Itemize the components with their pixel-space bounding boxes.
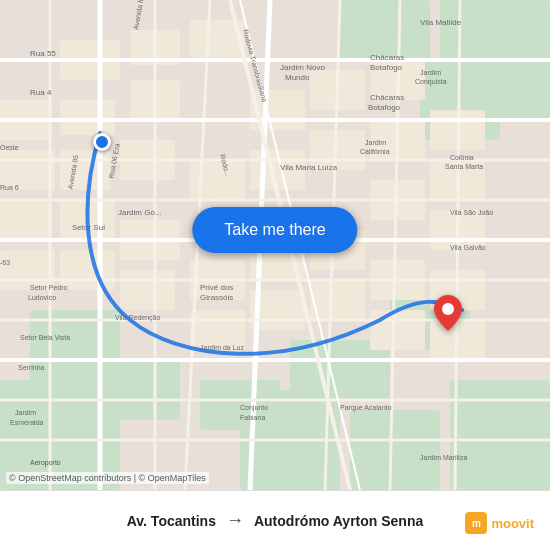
svg-text:Girassóis: Girassóis — [200, 293, 233, 302]
origin-marker — [93, 133, 111, 151]
svg-rect-33 — [310, 280, 365, 320]
destination-marker — [434, 295, 462, 335]
svg-rect-35 — [370, 310, 425, 350]
svg-text:Botafogo: Botafogo — [370, 63, 403, 72]
route-arrow-icon: → — [226, 510, 244, 531]
svg-text:Botafogo: Botafogo — [368, 103, 401, 112]
svg-text:Jardim Marilíza: Jardim Marilíza — [420, 454, 468, 461]
svg-rect-12 — [450, 380, 550, 490]
svg-text:Esmeralda: Esmeralda — [10, 419, 44, 426]
route-to: Autodrómo Ayrton Senna — [254, 513, 423, 529]
map-attribution: © OpenStreetMap contributors | © OpenMap… — [6, 472, 209, 484]
bottom-bar: Av. Tocantins → Autodrómo Ayrton Senna m… — [0, 490, 550, 550]
svg-text:Vila Maria Luíza: Vila Maria Luíza — [280, 163, 338, 172]
svg-text:Colônia: Colônia — [450, 154, 474, 161]
svg-text:Setor Sul: Setor Sul — [72, 223, 105, 232]
svg-rect-38 — [190, 160, 245, 200]
svg-text:Jardim: Jardim — [15, 409, 36, 416]
svg-rect-3 — [110, 360, 180, 420]
moovit-logo-text: moovit — [491, 516, 534, 531]
svg-text:Chácaras: Chácaras — [370, 53, 404, 62]
svg-text:Rua 4: Rua 4 — [30, 88, 52, 97]
svg-point-114 — [442, 303, 454, 315]
svg-text:Vila Redenção: Vila Redenção — [115, 314, 161, 322]
svg-text:Aeroporto: Aeroporto — [30, 459, 61, 467]
moovit-logo-icon: m — [465, 512, 487, 534]
moovit-logo: m moovit — [465, 512, 534, 534]
svg-text:Jardim: Jardim — [365, 139, 386, 146]
svg-text:Rua 55: Rua 55 — [30, 49, 56, 58]
svg-text:Chácaras: Chácaras — [370, 93, 404, 102]
svg-text:Fabiana: Fabiana — [240, 414, 265, 421]
svg-text:Mundo: Mundo — [285, 73, 310, 82]
map-container: Rua 55 Rua 4 Oeste Rua 6 -63 Avenida 85 … — [0, 0, 550, 490]
svg-text:Setor Bela Vista: Setor Bela Vista — [20, 334, 70, 341]
svg-text:Califórnia: Califórnia — [360, 148, 390, 155]
svg-text:Parque Acalanto: Parque Acalanto — [340, 404, 391, 412]
route-from: Av. Tocantins — [127, 513, 216, 529]
svg-rect-17 — [60, 100, 115, 135]
svg-text:Privé dos: Privé dos — [200, 283, 233, 292]
svg-text:Setor Pedro: Setor Pedro — [30, 284, 67, 291]
svg-text:Vila São João: Vila São João — [450, 209, 493, 216]
take-me-there-button[interactable]: Take me there — [192, 207, 357, 253]
svg-text:Jardim: Jardim — [420, 69, 441, 76]
svg-rect-9 — [340, 0, 430, 60]
svg-text:Vila Matilde: Vila Matilde — [420, 18, 462, 27]
svg-text:Vila Galvão: Vila Galvão — [450, 244, 486, 251]
svg-text:Santa Marta: Santa Marta — [445, 163, 483, 170]
svg-rect-23 — [0, 200, 50, 240]
svg-text:Conquista: Conquista — [415, 78, 447, 86]
svg-text:Serrinha: Serrinha — [18, 364, 45, 371]
svg-text:Ludovico: Ludovico — [28, 294, 56, 301]
svg-rect-11 — [350, 410, 440, 490]
svg-rect-25 — [60, 250, 115, 290]
svg-text:Conjunto: Conjunto — [240, 404, 268, 412]
svg-text:Jardim Go...: Jardim Go... — [118, 208, 162, 217]
svg-rect-2 — [30, 310, 120, 390]
svg-text:Rua 6: Rua 6 — [0, 184, 19, 191]
svg-text:Jardim Novo: Jardim Novo — [280, 63, 325, 72]
svg-rect-27 — [120, 270, 175, 310]
svg-text:-63: -63 — [0, 259, 10, 266]
svg-text:Oeste: Oeste — [0, 144, 19, 151]
svg-text:Jardim da Luz: Jardim da Luz — [200, 344, 244, 351]
